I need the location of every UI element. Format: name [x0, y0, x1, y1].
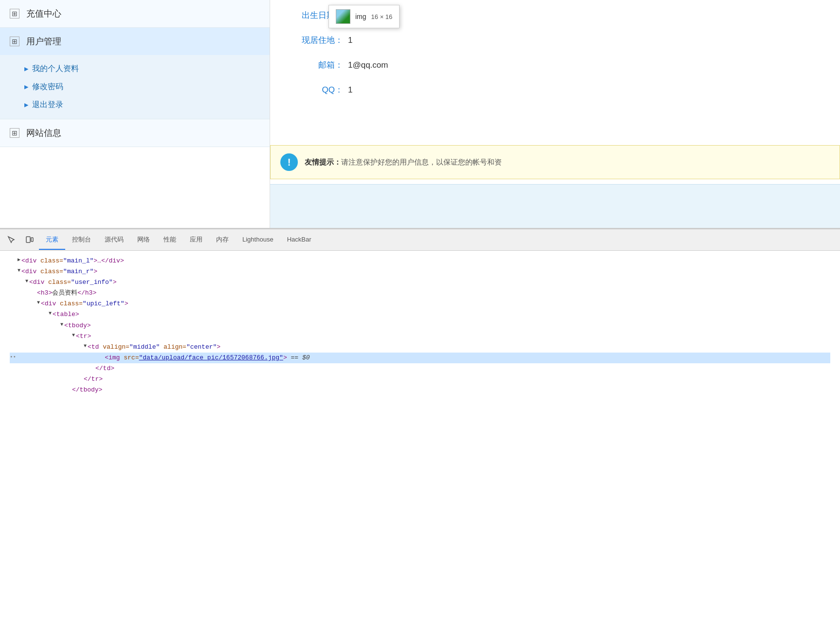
img-dimensions: 16 × 16	[371, 13, 393, 20]
warning-icon: !	[280, 153, 298, 171]
dom-line-td[interactable]: ▼ <td valign="middle" align="center" >	[10, 342, 830, 353]
sidebar-item-site: ⊞ 网站信息	[0, 119, 270, 147]
dom-line-upic-left[interactable]: ▼ <div class="upic_left" >	[10, 299, 830, 309]
triangle-main-r[interactable]: ▼	[18, 266, 20, 275]
tab-console[interactable]: 控制台	[65, 230, 98, 250]
triangle-user-info[interactable]: ▼	[25, 277, 28, 285]
triangle-td[interactable]: ▼	[84, 342, 87, 350]
sidebar: ⊞ 充值中心 ⊞ 用户管理 我的个人资料 修改密码 退出登录	[0, 0, 270, 228]
qq-row: QQ： 1	[294, 84, 825, 95]
tab-performance[interactable]: 性能	[157, 230, 183, 250]
content-bottom	[270, 184, 840, 228]
address-label: 现居住地：	[294, 35, 343, 46]
tab-memory[interactable]: 内存	[209, 230, 236, 250]
sidebar-users-label: 用户管理	[26, 36, 61, 47]
tab-hackbar-label: HackBar	[287, 236, 311, 243]
devtools-panel: 元素 控制台 源代码 网络 性能 应用 内存 Lighthouse HackBa…	[0, 229, 840, 617]
triangle-tbody[interactable]: ▼	[60, 320, 63, 329]
expand-icon-site: ⊞	[10, 128, 19, 138]
qq-label: QQ：	[294, 84, 343, 95]
sidebar-users-header[interactable]: ⊞ 用户管理	[0, 28, 270, 55]
address-row: 现居住地： 1	[294, 35, 825, 46]
devtools-content[interactable]: ▶ <div class="main_l" >…</div> ▼ <div cl…	[0, 251, 840, 617]
sidebar-recharge-label: 充值中心	[26, 8, 61, 19]
warning-body: 请注意保护好您的用户信息，以保证您的帐号和资	[341, 158, 502, 166]
address-value: 1	[348, 36, 352, 45]
content-area: img 16 × 16 出生日期： 2022-07-07 现居住地： 1 邮箱：…	[270, 0, 840, 228]
email-value: 1@qq.com	[348, 60, 388, 70]
warning-prefix: 友情提示：	[305, 158, 341, 166]
tab-sources-label: 源代码	[105, 236, 124, 243]
email-row: 邮箱： 1@qq.com	[294, 59, 825, 71]
dom-line-tr-close[interactable]: </tr>	[10, 374, 830, 385]
tab-application[interactable]: 应用	[183, 230, 209, 250]
tab-elements-label: 元素	[46, 236, 58, 243]
expand-icon: ⊞	[10, 9, 19, 19]
sidebar-item-users: ⊞ 用户管理 我的个人资料 修改密码 退出登录	[0, 28, 270, 119]
dom-line-td-close[interactable]: </td>	[10, 363, 830, 374]
img-thumbnail-preview	[336, 9, 350, 24]
dom-line-tr[interactable]: ▼ <tr>	[10, 331, 830, 342]
dom-line-img[interactable]: •• <img src="data/upload/face_pic/165720…	[10, 353, 830, 363]
dom-line-tbody[interactable]: ▼ <tbody>	[10, 320, 830, 331]
tab-sources[interactable]: 源代码	[98, 230, 130, 250]
dom-line-h3[interactable]: <h3> 会员资料 </h3>	[10, 288, 830, 299]
dom-line-table[interactable]: ▼ <table>	[10, 309, 830, 320]
triangle-tr[interactable]: ▼	[72, 331, 75, 339]
svg-rect-0	[26, 237, 30, 243]
tab-application-label: 应用	[190, 236, 202, 243]
sidebar-profile[interactable]: 我的个人资料	[24, 60, 270, 78]
expand-icon-users: ⊞	[10, 37, 19, 46]
sidebar-logout[interactable]: 退出登录	[24, 96, 270, 114]
gutter-dot: ••	[10, 353, 16, 362]
sidebar-site-header[interactable]: ⊞ 网站信息	[0, 119, 270, 147]
sidebar-profile-label: 我的个人资料	[32, 64, 79, 74]
dom-line-tbody-close[interactable]: </tbody>	[10, 385, 830, 395]
tab-elements[interactable]: 元素	[39, 230, 65, 250]
triangle-table[interactable]: ▼	[49, 309, 52, 318]
email-label: 邮箱：	[294, 59, 343, 71]
qq-value: 1	[348, 85, 352, 95]
triangle-upic-left[interactable]: ▼	[37, 299, 40, 307]
sidebar-change-password-label: 修改密码	[32, 82, 63, 92]
tab-memory-label: 内存	[216, 236, 229, 243]
dom-line-user-info[interactable]: ▼ <div class="user_info" >	[10, 277, 830, 288]
img-src-link[interactable]: "data/upload/face_pic/16572068766.jpg"	[139, 353, 283, 363]
img-label: img	[355, 13, 366, 20]
sidebar-change-password[interactable]: 修改密码	[24, 78, 270, 96]
tab-network-label: 网络	[137, 236, 150, 243]
sidebar-site-label: 网站信息	[26, 127, 61, 139]
tab-performance-label: 性能	[164, 236, 176, 243]
svg-rect-1	[31, 238, 33, 242]
triangle-main-l[interactable]: ▶	[18, 256, 20, 264]
tab-lighthouse-label: Lighthouse	[242, 236, 274, 243]
device-icon[interactable]	[21, 232, 37, 248]
img-tooltip: img 16 × 16	[329, 5, 400, 28]
devtools-toolbar: 元素 控制台 源代码 网络 性能 应用 内存 Lighthouse HackBa…	[0, 229, 840, 251]
dom-line-main-l[interactable]: ▶ <div class="main_l" >…</div>	[10, 256, 830, 266]
sidebar-logout-label: 退出登录	[32, 100, 63, 110]
inspect-icon[interactable]	[4, 232, 19, 248]
tab-lighthouse[interactable]: Lighthouse	[236, 231, 280, 249]
dom-line-main-r[interactable]: ▼ <div class="main_r" >	[10, 266, 830, 277]
sidebar-item-recharge: ⊞ 充值中心	[0, 0, 270, 28]
warning-banner: ! 友情提示：请注意保护好您的用户信息，以保证您的帐号和资	[270, 145, 840, 179]
tab-console-label: 控制台	[72, 236, 91, 243]
tab-hackbar[interactable]: HackBar	[280, 231, 318, 249]
sidebar-recharge-header[interactable]: ⊞ 充值中心	[0, 0, 270, 27]
sidebar-users-submenu: 我的个人资料 修改密码 退出登录	[0, 55, 270, 119]
warning-text: 友情提示：请注意保护好您的用户信息，以保证您的帐号和资	[305, 158, 502, 167]
tab-network[interactable]: 网络	[130, 230, 157, 250]
top-section: ⊞ 充值中心 ⊞ 用户管理 我的个人资料 修改密码 退出登录	[0, 0, 840, 229]
